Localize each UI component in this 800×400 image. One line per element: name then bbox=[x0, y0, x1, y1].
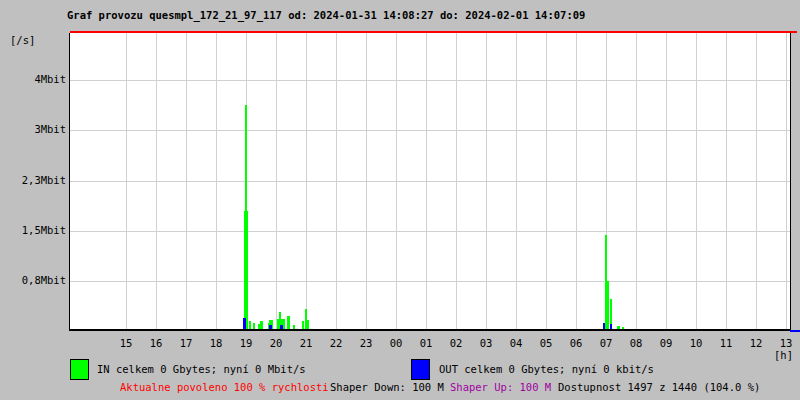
in-traffic-bar bbox=[258, 324, 260, 329]
x-axis-tick-label: 09 bbox=[654, 338, 678, 349]
x-axis-tick-label: 16 bbox=[144, 338, 168, 349]
y-axis-tick-label: 0,8Mbit bbox=[0, 275, 66, 286]
out-traffic-bar bbox=[243, 318, 246, 329]
in-traffic-bar bbox=[617, 326, 620, 329]
in-traffic-bar bbox=[249, 321, 251, 329]
out-traffic-bar bbox=[280, 325, 283, 329]
x-axis-tick-label: 01 bbox=[414, 338, 438, 349]
plot-area bbox=[69, 33, 791, 331]
traffic-chart bbox=[70, 33, 790, 329]
shaper-down-text: Shaper Down: 100 M bbox=[330, 381, 444, 393]
y-axis-unit-label: [/s] bbox=[10, 34, 35, 46]
in-traffic-bar bbox=[253, 323, 255, 329]
in-traffic-bar bbox=[293, 325, 295, 329]
x-axis-tick-label: 22 bbox=[324, 338, 348, 349]
x-axis-tick-label: 07 bbox=[594, 338, 618, 349]
shaper-up-text: Shaper Up: 100 M bbox=[450, 381, 551, 393]
x-axis-tick-label: 13 bbox=[774, 338, 798, 349]
x-axis-tick-label: 03 bbox=[474, 338, 498, 349]
x-axis-tick-label: 23 bbox=[354, 338, 378, 349]
in-traffic-bar bbox=[307, 320, 310, 329]
in-traffic-bar bbox=[607, 281, 610, 329]
y-axis-tick-label: 4Mbit bbox=[0, 74, 66, 85]
x-axis-labels: 1516171819202122230001020304050607080910… bbox=[70, 338, 798, 350]
in-legend-label: IN celkem 0 Gbytes; nyní 0 Mbit/s bbox=[97, 363, 306, 375]
x-axis-tick-label: 02 bbox=[444, 338, 468, 349]
in-legend-swatch bbox=[70, 359, 89, 380]
traffic-graph-page: { "title": "Graf provozu quesmpl_172_21_… bbox=[0, 0, 800, 400]
y-axis-tick-label: 1,5Mbit bbox=[0, 225, 66, 236]
x-axis-tick-label: 00 bbox=[384, 338, 408, 349]
out-legend-swatch bbox=[411, 359, 430, 380]
x-axis-tick-label: 12 bbox=[744, 338, 768, 349]
page-title: Graf provozu quesmpl_172_21_97_117 od: 2… bbox=[67, 9, 585, 21]
x-axis-tick-label: 11 bbox=[714, 338, 738, 349]
allowed-speed-text: Aktualne povoleno 100 % rychlosti bbox=[120, 381, 329, 393]
x-axis-tick-label: 19 bbox=[234, 338, 258, 349]
in-traffic-bar bbox=[622, 327, 624, 329]
out-traffic-bar bbox=[603, 323, 605, 329]
out-traffic-bar bbox=[269, 325, 272, 329]
x-axis-tick-label: 10 bbox=[684, 338, 708, 349]
x-axis-tick-label: 05 bbox=[534, 338, 558, 349]
x-axis-tick-label: 17 bbox=[174, 338, 198, 349]
in-traffic-bar bbox=[260, 321, 263, 329]
out-traffic-bar bbox=[610, 324, 613, 329]
y-axis-tick-label: 3Mbit bbox=[0, 124, 66, 135]
x-axis-tick-label: 18 bbox=[204, 338, 228, 349]
x-axis-tick-label: 08 bbox=[624, 338, 648, 349]
availability-text: Dostupnost 1497 z 1440 (104.0 %) bbox=[558, 381, 760, 393]
x-axis-unit-label: [h] bbox=[767, 349, 793, 361]
in-traffic-bar bbox=[302, 321, 304, 329]
x-axis-tick-label: 20 bbox=[264, 338, 288, 349]
x-axis-tick-label: 15 bbox=[114, 338, 138, 349]
y-axis-tick-label: 2,3Mbit bbox=[0, 175, 66, 186]
x-axis-tick-label: 21 bbox=[294, 338, 318, 349]
in-traffic-bar bbox=[245, 105, 247, 329]
in-traffic-bar bbox=[277, 319, 279, 329]
bottom-right-blue-mark bbox=[790, 330, 800, 332]
out-legend-label: OUT celkem 0 Gbytes; nyní 0 kbit/s bbox=[439, 363, 654, 375]
x-axis-tick-label: 06 bbox=[564, 338, 588, 349]
in-traffic-bar bbox=[605, 235, 607, 329]
x-axis-tick-label: 04 bbox=[504, 338, 528, 349]
in-traffic-bar bbox=[287, 316, 290, 329]
in-traffic-bar bbox=[305, 309, 307, 329]
